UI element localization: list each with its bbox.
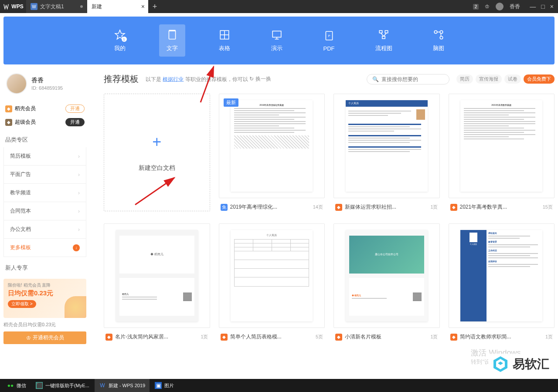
username-label: 香香 [510,3,520,10]
template-preview: 唐山市公司软件公司 ◆ 稻壳儿 [346,230,428,321]
app-icon: ⬛ [36,382,43,389]
profile-uid: ID: 684859195 [31,85,63,91]
free-badge-icon: 免 [221,204,228,211]
hot-badge-icon: ◆ [335,334,342,341]
svg-point-14 [440,36,443,39]
svg-rect-10 [385,30,388,33]
template-card[interactable]: 个人信息 求职意向教育背景工作经历自我评价 ◆简约语文教师求职简...1页 [449,223,555,341]
close-window-icon[interactable]: × [550,3,554,10]
taskbar-wechat[interactable]: ●●微信 [3,379,31,392]
refresh-button[interactable]: ↻ 换一换 [249,75,271,83]
tab-new[interactable]: 新建 × [87,0,148,13]
template-preview: 个人简历 [231,230,313,321]
nav-slide[interactable]: 演示 [264,24,290,57]
nav-flowchart[interactable]: 流程图 [368,24,399,57]
template-card[interactable]: 最新 2019年高考理综化学真题 免2019年高考理综化...14页 [219,94,325,211]
spreadsheet-icon [218,29,231,41]
chevron-right-icon: › [78,208,80,214]
svg-rect-0 [169,30,175,39]
brand-logo-icon [492,355,509,373]
nav-pdf[interactable]: P PDF [316,25,342,56]
svg-point-13 [440,30,443,34]
page-subtitle: 以下是 根据行业 等职业的推荐模板，你可以 ↻ 换一换 [146,75,271,83]
hot-badge-icon: ◆ [450,204,457,211]
hot-badge-icon: ◆ [221,334,228,341]
chevron-right-icon: › [78,190,80,196]
nav-mine[interactable]: 1 我的 [107,24,133,57]
taskbar-typeset[interactable]: ⬛一键排版助手(MyE... [31,379,94,392]
template-card[interactable]: ◆ 稻壳儿 稻壳儿 ◆名片-浅灰简约风家居...1页 [104,223,210,341]
open-membership-button[interactable]: ♔开通稻壳会员 [3,331,86,344]
svg-point-12 [434,30,437,34]
crown-icon[interactable]: ♔ [485,3,490,10]
template-card[interactable]: 2021年高考数学真题 ◆2021年高考数学真...15页 [449,94,555,211]
sidebar-item-office[interactable]: 办公文档› [3,220,86,239]
tag-member-free[interactable]: 会员免费下 [524,74,555,84]
plus-icon: + [152,133,161,151]
taskbar-wps[interactable]: W新建 - WPS 2019 [95,379,150,392]
tag-resume[interactable]: 简历 [456,74,473,84]
sidebar-item-ads[interactable]: 平面广告› [3,166,86,184]
new-blank-card[interactable]: + 新建空白文档 [104,94,210,211]
template-card[interactable]: 唐山市公司软件公司 ◆ 稻壳儿 ◆小清新名片模板1页 [333,223,440,341]
tab-document-1[interactable]: W 文字文稿1 [26,0,87,13]
user-avatar-icon[interactable] [496,3,504,10]
titlebar: WPS W 文字文稿1 新建 × + 2 ♔ 香香 — □ × [0,0,558,13]
docer-member-icon: ◆ [5,105,12,112]
template-preview: 个人信息 求职意向教育背景工作经历自我评价 [460,230,542,321]
template-preview: 2021年高考数学真题 [460,100,542,191]
document-icon [166,29,178,41]
windows-taskbar: ●●微信 ⬛一键排版助手(MyE... W新建 - WPS 2019 ▣图片 [0,379,558,392]
flowchart-icon [378,29,390,41]
close-icon[interactable]: × [141,3,145,10]
activate-docer-button[interactable]: 开通 [65,105,85,113]
avatar [6,73,27,94]
presentation-icon [271,29,283,41]
svg-text:P: P [328,34,330,38]
claim-now-button[interactable]: 立即领取 > [8,300,36,308]
industry-link[interactable]: 根据行业 [163,76,184,82]
sidebar-item-resume[interactable]: 简历模板› [3,147,86,166]
nav-sheet[interactable]: 表格 [211,24,238,57]
taskbar-image[interactable]: ▣图片 [150,379,178,392]
newbie-promo-card[interactable]: 限价啦! 稻壳会员 直降 日均仅需0.23元 立即领取 > [3,279,86,318]
wechat-icon: ●● [7,382,14,389]
maximize-icon[interactable]: □ [541,3,544,10]
sidebar: 香香 ID: 684859195 ◆稻壳会员 开通 ◆超级会员 开通 品类专区 … [3,68,86,382]
new-tab-button[interactable]: + [148,2,161,11]
nav-word[interactable]: 文字 [159,24,185,57]
mindmap-icon [432,29,445,41]
user-profile[interactable]: 香香 ID: 684859195 [3,68,86,102]
template-card[interactable]: 个人简历 ◆简单个人简历表格模...5页 [219,223,325,341]
wps-icon: W [99,382,106,389]
svg-rect-4 [272,31,281,37]
hot-badge-icon: ◆ [450,334,457,341]
tag-exam[interactable]: 试卷 [504,74,521,84]
template-preview: 2019年高考理综化学真题 [231,100,313,191]
more-templates-link[interactable]: 更多模板↓ [3,239,86,257]
sidebar-item-contract[interactable]: 合同范本› [3,202,86,220]
word-doc-icon: W [31,3,37,10]
nav-mindmap[interactable]: 脑图 [425,24,452,57]
content-area: 推荐模板 以下是 根据行业 等职业的推荐模板，你可以 ↻ 换一换 🔍 简历 宣传… [104,68,555,382]
wps-logo[interactable]: WPS [0,3,26,10]
tag-poster[interactable]: 宣传海报 [476,74,502,84]
chevron-right-icon: › [78,172,80,178]
template-card[interactable]: 个人简历 ◆新媒体运营求职社招...1页 [333,94,440,211]
notification-badge[interactable]: 2 [473,4,479,10]
newbie-note: 稻壳会员日均仅需0.23元 [3,321,86,328]
search-input[interactable]: 🔍 [367,74,449,84]
brand-watermark: 易软汇 [488,354,553,375]
download-icon: ↓ [73,244,80,251]
template-preview: ◆ 稻壳儿 稻壳儿 [116,230,198,321]
image-icon: ▣ [155,382,162,389]
template-preview: 个人简历 [346,100,428,191]
svg-rect-11 [382,36,385,38]
newbie-title: 新人专享 [3,257,86,275]
page-title: 推荐模板 [104,73,139,85]
profile-name: 香香 [31,77,63,84]
sidebar-item-teaching[interactable]: 教学频道› [3,184,86,202]
decoration-icon [65,296,86,318]
activate-super-button[interactable]: 开通 [65,118,85,126]
minimize-icon[interactable]: — [530,3,536,10]
